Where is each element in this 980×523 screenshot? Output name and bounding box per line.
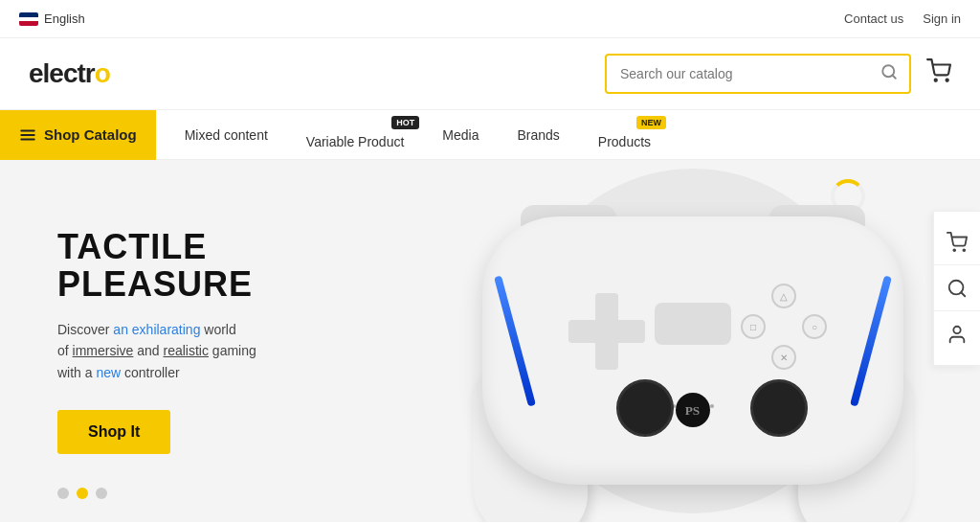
dpad-vertical bbox=[595, 293, 618, 370]
circle-button: ○ bbox=[802, 314, 827, 339]
hot-badge: HOT bbox=[391, 116, 419, 129]
hero-description: Discover an exhilarating world of immers… bbox=[57, 319, 345, 383]
menu-icon bbox=[19, 126, 36, 144]
light-bar-left bbox=[494, 275, 536, 406]
top-bar-right: Contact us Sign in bbox=[844, 11, 961, 26]
controller-body: △ ○ ✕ □ PS bbox=[482, 216, 903, 485]
speaker-dot bbox=[710, 404, 714, 408]
touchpad bbox=[655, 303, 731, 345]
language-selector[interactable]: English bbox=[19, 11, 85, 26]
search-bar bbox=[605, 54, 911, 94]
nav-item-label: Products bbox=[598, 134, 651, 149]
light-bar-right bbox=[850, 275, 892, 406]
svg-point-3 bbox=[947, 80, 948, 81]
nav-item-media[interactable]: Media bbox=[423, 110, 498, 159]
svg-line-1 bbox=[892, 75, 895, 78]
hero-title: TACTILE PLEASURE bbox=[57, 228, 345, 304]
nav-item-label: Variable Product bbox=[306, 134, 404, 149]
nav-item-mixed-content[interactable]: Mixed content bbox=[166, 110, 287, 159]
ps-logo: PS bbox=[676, 393, 710, 427]
nav-items: Mixed content HOT Variable Product Media… bbox=[156, 110, 679, 159]
flag-icon bbox=[19, 12, 38, 26]
nav-item-label: Brands bbox=[517, 127, 559, 143]
shop-catalog-button[interactable]: Shop Catalog bbox=[0, 110, 156, 160]
sidebar-search-icon bbox=[947, 278, 968, 299]
new-badge: NEW bbox=[636, 116, 666, 129]
hero-section: TACTILE PLEASURE Discover an exhilaratin… bbox=[0, 160, 980, 522]
header: electro bbox=[0, 38, 980, 110]
sidebar-icons bbox=[933, 211, 980, 366]
sidebar-user-icon bbox=[947, 324, 968, 345]
square-button: □ bbox=[741, 314, 766, 339]
sign-in-link[interactable]: Sign in bbox=[923, 11, 961, 26]
nav-item-label: Mixed content bbox=[185, 127, 268, 143]
hero-desc-highlight1: an exhilarating bbox=[113, 322, 200, 337]
svg-text:PS: PS bbox=[685, 403, 701, 418]
svg-point-8 bbox=[953, 249, 955, 251]
svg-point-12 bbox=[953, 327, 960, 333]
sidebar-user-button[interactable] bbox=[934, 311, 980, 357]
shop-catalog-label: Shop Catalog bbox=[44, 126, 137, 143]
hero-desc-highlight2: immersive bbox=[73, 343, 134, 358]
nav-item-products[interactable]: NEW Products bbox=[579, 110, 670, 159]
shop-it-button[interactable]: Shop It bbox=[57, 410, 170, 454]
dot-1[interactable] bbox=[57, 488, 69, 499]
nav-item-brands[interactable]: Brands bbox=[498, 110, 578, 159]
logo[interactable]: electro bbox=[29, 58, 110, 89]
search-input[interactable] bbox=[607, 66, 869, 81]
svg-point-9 bbox=[963, 249, 965, 251]
top-bar: English Contact us Sign in bbox=[0, 0, 980, 38]
left-thumbstick bbox=[616, 379, 674, 437]
cart-icon-header[interactable] bbox=[926, 58, 951, 89]
nav: Shop Catalog Mixed content HOT Variable … bbox=[0, 110, 980, 160]
triangle-button: △ bbox=[771, 284, 796, 308]
cross-button: ✕ bbox=[771, 345, 796, 370]
logo-o: o bbox=[95, 58, 110, 88]
search-icon bbox=[880, 63, 898, 80]
sidebar-search-button[interactable] bbox=[934, 265, 980, 311]
svg-line-11 bbox=[961, 292, 965, 296]
cart-icon bbox=[926, 58, 951, 83]
search-button[interactable] bbox=[869, 63, 909, 85]
contact-us-link[interactable]: Contact us bbox=[844, 11, 903, 26]
ps-symbol: PS bbox=[683, 400, 702, 420]
hero-desc-highlight4: new bbox=[96, 365, 121, 380]
dot-2[interactable] bbox=[77, 488, 88, 499]
hero-dots bbox=[57, 488, 107, 499]
right-thumbstick bbox=[750, 379, 808, 437]
dot-3[interactable] bbox=[96, 488, 107, 499]
hero-content: TACTILE PLEASURE Discover an exhilaratin… bbox=[0, 190, 402, 492]
nav-item-variable-product[interactable]: HOT Variable Product bbox=[287, 110, 423, 159]
nav-item-label: Media bbox=[442, 127, 479, 143]
dpad bbox=[568, 293, 645, 370]
hero-desc-highlight3: realistic bbox=[164, 343, 209, 358]
svg-point-2 bbox=[935, 80, 937, 81]
face-buttons: △ ○ ✕ □ bbox=[741, 284, 827, 370]
sidebar-cart-icon bbox=[947, 232, 968, 253]
language-label: English bbox=[44, 11, 85, 26]
sidebar-cart-button[interactable] bbox=[934, 219, 980, 265]
hero-image: △ ○ ✕ □ PS bbox=[463, 169, 923, 513]
